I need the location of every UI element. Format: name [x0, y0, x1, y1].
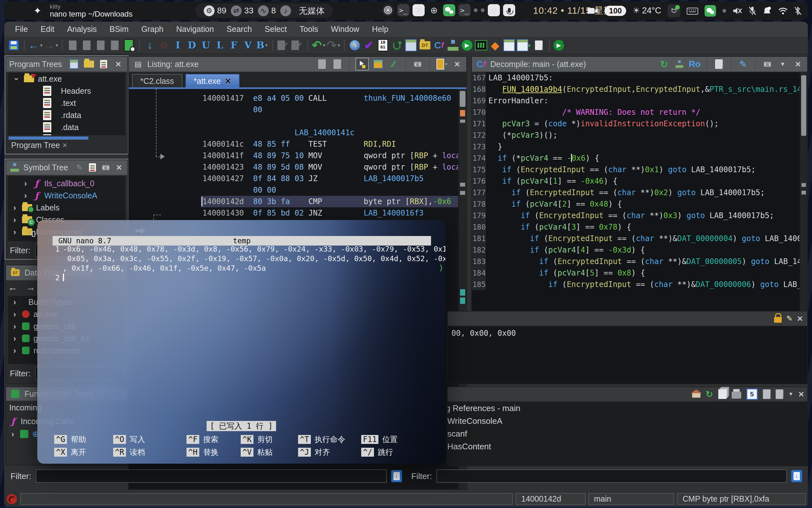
nav-in-button[interactable]	[80, 39, 93, 52]
decompile-line[interactable]: 173 }	[472, 141, 800, 153]
close-icon[interactable]: ×	[798, 389, 804, 399]
tree-item-rdata[interactable]: .rdata	[8, 109, 125, 121]
decompile-line[interactable]: 167LAB_1400017b5:	[472, 72, 800, 84]
copy-icon[interactable]	[713, 58, 725, 70]
memory-map-button[interactable]	[405, 39, 417, 52]
symbol-item-writeconsolea[interactable]: ›ƒWriteConsoleA	[8, 189, 125, 202]
battery-indicator[interactable]: 100	[604, 6, 626, 16]
program-tree-tab[interactable]: Program Tree	[11, 141, 60, 150]
wifi-icon[interactable]	[778, 7, 788, 15]
next-bookmark-button[interactable]: ✔	[291, 39, 304, 52]
decompile-line[interactable]: 172 (*pcVar3)();	[472, 129, 800, 141]
goto-button[interactable]: ↓	[143, 39, 156, 52]
kitty-tray-icon-2[interactable]: >_	[458, 4, 470, 16]
disassemble-i-button[interactable]: I	[172, 39, 184, 52]
mic-muted-icon[interactable]	[749, 6, 756, 15]
menu-graph[interactable]: Graph	[135, 22, 170, 37]
menu-edit[interactable]: Edit	[34, 22, 60, 37]
cursor-tool-icon[interactable]	[356, 58, 369, 71]
listing-row[interactable]: 14000142d 80 3b fa CMP byte ptr [RBX],-0…	[201, 196, 459, 207]
nano-line[interactable]: 0x05, 0x3a, 0x3c, -0x55, 0x2f, -0x19, -0…	[53, 254, 431, 263]
speaker-muted-icon[interactable]	[733, 7, 742, 15]
call-tree-button[interactable]	[447, 39, 459, 52]
chevron-right-icon[interactable]: ›	[11, 334, 18, 343]
label-l-button[interactable]: L	[214, 39, 226, 52]
import-tree-icon[interactable]	[98, 58, 109, 70]
nano-editor-area[interactable]: 1-0x6, -0x46, 0x48, 0x78, -0x3d, 0x8, -0…	[53, 244, 431, 283]
menu-select[interactable]: Select	[258, 22, 293, 37]
reference-row[interactable]: Incoming References - main	[448, 402, 807, 415]
listing-row[interactable]: 140001423 48 89 5d 08 MOV qword ptr [RBP…	[202, 161, 459, 173]
menu-bar[interactable]: FileEditAnalysisBSimGraphNavigationSearc…	[4, 22, 808, 37]
chevron-down-icon[interactable]: ▼	[777, 58, 789, 70]
save-button[interactable]	[7, 39, 20, 52]
main-toolbar[interactable]: ←▾ →▾ ↓ ⊘ I D U L F V B▾ ✔ ✔ ↶▾ ↷▾ ϟ ✔ 1…	[4, 37, 808, 54]
tree-item-data[interactable]: .data	[8, 121, 125, 133]
nano-shortcut[interactable]: F11位置	[361, 433, 398, 446]
symbol-item-labels[interactable]: ›Labels	[8, 202, 125, 214]
new-tree-icon[interactable]	[68, 58, 80, 70]
validate-button[interactable]: ✔	[362, 39, 375, 52]
data-back-icon[interactable]: ←	[8, 282, 17, 293]
decompile-line[interactable]: 178 if (pcVar4[2] == 0x48) {	[472, 198, 800, 210]
decompile-vscrollbar[interactable]	[800, 72, 807, 337]
undefine-u-button[interactable]: U	[199, 39, 212, 52]
chevron-down-icon[interactable]: ▼	[788, 391, 794, 397]
snapshot-green-button[interactable]	[123, 39, 135, 52]
memory-chip-button[interactable]	[475, 39, 488, 52]
listing-row[interactable]: 140001430 0f 85 bd 02 JNZ LAB_1400016f3	[202, 207, 459, 219]
bluetooth-off-icon[interactable]	[795, 6, 802, 15]
prev-bookmark-button[interactable]: ✔	[277, 39, 289, 52]
nano-shortcut[interactable]: ^H替换	[186, 446, 218, 459]
listing-row[interactable]	[202, 116, 459, 127]
chevron-right-icon[interactable]: ›	[11, 309, 18, 319]
close-icon[interactable]: ×	[797, 313, 803, 324]
nano-line[interactable]: , 0x1f, -0x66, -0x46, 0x1f, -0x5e, 0x47,…	[53, 263, 431, 273]
nano-shortcut[interactable]: ^J对齐	[298, 446, 345, 459]
close-icon[interactable]: ×	[112, 58, 124, 70]
blocked-doc-icon[interactable]: ⊘	[412, 4, 425, 16]
decompile-line[interactable]: 182 if (pcVar4[4] == -0x3d) {	[472, 244, 800, 256]
decompile-line[interactable]: 177 if (EncryptedInput == (char **)0x2) …	[472, 187, 800, 198]
chevron-right-icon[interactable]: ›	[11, 297, 18, 307]
close-icon[interactable]: ×	[792, 58, 804, 70]
decompile-line[interactable]: 170 /* WARNING: Does not return */	[472, 107, 800, 118]
decompile-line[interactable]: 180 if (pcVar4[3] == 0x78) {	[472, 221, 800, 233]
data-forward-icon[interactable]: →	[26, 282, 35, 293]
analyze-button[interactable]: ϟ	[349, 39, 361, 52]
nano-shortcut[interactable]: ^R读档	[113, 446, 145, 459]
nav-in2-button[interactable]	[108, 39, 121, 52]
redo-button[interactable]: ↷▾	[326, 39, 340, 52]
decompiler-button[interactable]: Cf	[433, 39, 445, 52]
memory-bar-icon[interactable]: ▾	[436, 58, 448, 70]
wechat-icon[interactable]	[443, 4, 455, 16]
camera-icon[interactable]: 📷︎	[101, 162, 110, 173]
decompile-line[interactable]: 181 if (EncryptedInput == (char **)&DAT_…	[472, 233, 800, 244]
close-icon[interactable]: ×	[451, 58, 463, 70]
nano-shortcut[interactable]: ^T执行命令	[298, 433, 345, 446]
decompile-line[interactable]: 176 if (pcVar4[1] == -0x46) {	[472, 175, 800, 187]
chevron-right-icon[interactable]: ›	[11, 203, 18, 213]
script-manager-button[interactable]	[532, 39, 545, 52]
incoming-tab[interactable]: Incoming	[9, 403, 41, 412]
refresh-icon[interactable]: ↻	[658, 58, 670, 70]
run-script-button[interactable]: ▶	[461, 39, 473, 52]
printer-icon[interactable]	[732, 392, 741, 398]
function-f-button[interactable]: F	[228, 39, 240, 52]
listing-row[interactable]: LAB_14000141c	[202, 127, 459, 138]
depth-badge[interactable]: 5	[746, 388, 758, 400]
chevron-right-icon[interactable]: ›	[9, 429, 16, 439]
snapshot-camera-icon[interactable]: 📷︎	[412, 58, 424, 70]
kitty-app-icon[interactable]: ᗢ	[668, 4, 680, 17]
refresh-icon[interactable]: ↻	[706, 389, 713, 399]
reference-row[interactable]: WriteConsoleA	[448, 415, 807, 427]
decompile-line[interactable]: 185 if (EncryptedInput == (char **)&DAT_…	[472, 279, 800, 290]
menu-help[interactable]: Help	[366, 22, 395, 37]
decompile-line[interactable]: 169ErrorHandler:	[472, 95, 800, 107]
table-view-button[interactable]	[503, 39, 515, 52]
tab-c2-class[interactable]: *C2.class	[132, 74, 182, 87]
chevron-right-icon[interactable]: ›	[11, 346, 18, 355]
lock-icon[interactable]	[774, 317, 782, 323]
tree-item-Headers[interactable]: Headers	[8, 85, 125, 97]
tab-att-exe[interactable]: *att.exe✕	[186, 74, 240, 87]
